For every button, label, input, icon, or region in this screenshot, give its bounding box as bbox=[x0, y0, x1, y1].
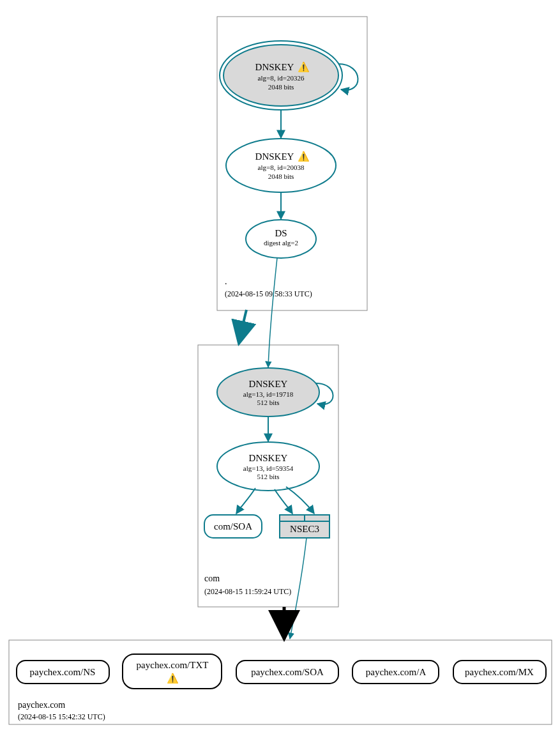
root-zone-time: (2024-08-15 09:58:33 UTC) bbox=[225, 289, 312, 298]
com-nsec3-node: NSEC3 bbox=[280, 515, 329, 538]
root-ksk-node: DNSKEY ⚠️ alg=8, id=20326 2048 bits bbox=[220, 41, 342, 110]
root-zsk-node: DNSKEY ⚠️ alg=8, id=20038 2048 bits bbox=[226, 139, 336, 192]
root-ksk-bits: 2048 bits bbox=[268, 83, 294, 91]
com-ksk-bits: 512 bits bbox=[257, 399, 279, 406]
leaf-txt-node: paychex.com/TXT ⚠️ bbox=[123, 654, 222, 689]
edge-com-zsk-nsec3-1 bbox=[275, 489, 292, 514]
leaf-mx-title: paychex.com/MX bbox=[465, 667, 534, 677]
root-zsk-bits: 2048 bits bbox=[268, 172, 294, 180]
com-zone-label: com bbox=[204, 574, 220, 583]
root-ds-node: DS digest alg=2 bbox=[246, 220, 316, 258]
root-ksk-alg: alg=8, id=20326 bbox=[258, 74, 305, 82]
root-zone-label: . bbox=[225, 277, 227, 286]
com-soa-title: com/SOA bbox=[214, 521, 252, 531]
leaf-txt-title: paychex.com/TXT bbox=[137, 660, 209, 670]
root-ksk-title: DNSKEY bbox=[255, 62, 294, 72]
com-zone-time: (2024-08-15 11:59:24 UTC) bbox=[204, 587, 291, 596]
leaf-ns-title: paychex.com/NS bbox=[30, 667, 96, 677]
com-ksk-node: DNSKEY alg=13, id=19718 512 bits bbox=[217, 368, 319, 417]
root-ds-title: DS bbox=[275, 228, 287, 238]
edge-root-to-com-zone bbox=[239, 310, 246, 344]
root-zsk-alg: alg=8, id=20038 bbox=[258, 164, 305, 171]
leaf-ns-node: paychex.com/NS bbox=[17, 661, 109, 684]
edge-com-zsk-soa bbox=[236, 488, 255, 514]
zone-com: DNSKEY alg=13, id=19718 512 bits DNSKEY … bbox=[198, 345, 338, 607]
com-ksk-title: DNSKEY bbox=[249, 379, 288, 389]
com-zsk-bits: 512 bits bbox=[257, 473, 279, 480]
leaf-a-title: paychex.com/A bbox=[366, 667, 427, 677]
com-zsk-title: DNSKEY bbox=[249, 453, 288, 463]
edge-nsec3-to-leaf bbox=[290, 538, 306, 639]
leaf-mx-node: paychex.com/MX bbox=[453, 661, 546, 684]
com-zsk-node: DNSKEY alg=13, id=59354 512 bits bbox=[217, 442, 319, 491]
edge-ds-to-com-ksk bbox=[268, 258, 277, 367]
leaf-zone-time: (2024-08-15 15:42:32 UTC) bbox=[18, 712, 105, 721]
leaf-soa-title: paychex.com/SOA bbox=[251, 667, 324, 677]
leaf-soa-node: paychex.com/SOA bbox=[236, 661, 338, 684]
com-nsec3-title: NSEC3 bbox=[290, 524, 319, 534]
com-soa-node: com/SOA bbox=[204, 515, 262, 538]
root-ds-alg: digest alg=2 bbox=[264, 239, 298, 247]
warning-icon: ⚠️ bbox=[298, 61, 310, 73]
leaf-zone-label: paychex.com bbox=[18, 700, 65, 710]
com-ksk-alg: alg=13, id=19718 bbox=[243, 390, 294, 398]
warning-icon: ⚠️ bbox=[167, 673, 179, 684]
warning-icon: ⚠️ bbox=[298, 151, 310, 162]
dnssec-chain-diagram: DNSKEY ⚠️ alg=8, id=20326 2048 bits DNSK… bbox=[0, 0, 560, 734]
com-zsk-alg: alg=13, id=59354 bbox=[243, 464, 294, 472]
zone-root: DNSKEY ⚠️ alg=8, id=20326 2048 bits DNSK… bbox=[217, 17, 367, 310]
root-zsk-title: DNSKEY bbox=[255, 151, 294, 162]
zone-leaf: paychex.com/NS paychex.com/TXT ⚠️ payche… bbox=[9, 640, 552, 724]
leaf-a-node: paychex.com/A bbox=[352, 661, 439, 684]
